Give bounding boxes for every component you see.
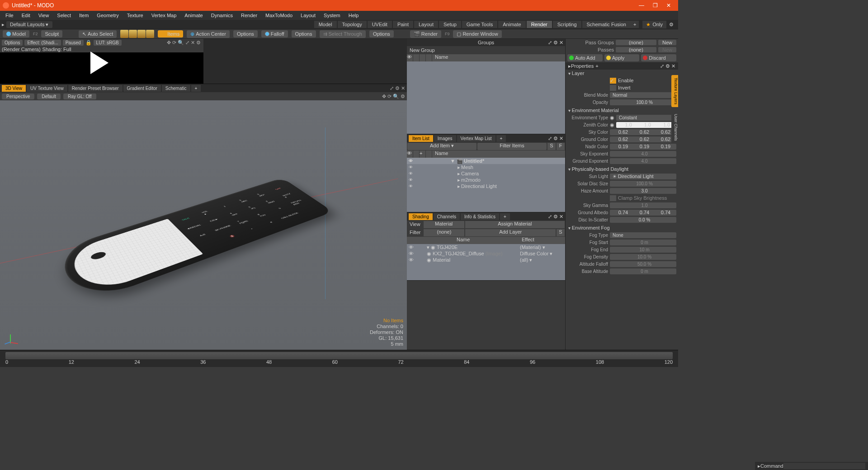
user-channels-tab[interactable]: User Channels bbox=[671, 111, 678, 144]
fogend-input[interactable]: 10 m bbox=[610, 247, 676, 253]
view-tab-gradienteditor[interactable]: Gradient Editor bbox=[123, 85, 161, 92]
menu-select[interactable]: Select bbox=[53, 12, 75, 19]
invert-checkbox[interactable] bbox=[610, 85, 616, 91]
layout-tab-schematicfusion[interactable]: Schematic Fusion bbox=[582, 21, 631, 28]
timeline-track[interactable] bbox=[5, 352, 673, 359]
layout-tab-uvedit[interactable]: UVEdit bbox=[368, 21, 392, 28]
item-tab-itemlist[interactable]: Item List bbox=[409, 135, 433, 142]
daylight-section[interactable]: ▾ Physically-based Daylight bbox=[566, 166, 678, 173]
layout-tab-render[interactable]: Render bbox=[527, 21, 552, 28]
enable-checkbox[interactable]: ✓ bbox=[610, 78, 616, 84]
item-row[interactable]: 👁▸ Directional Light bbox=[407, 183, 565, 189]
items-button[interactable]: Items bbox=[158, 30, 183, 38]
view-tab-uvtextureview[interactable]: UV Texture View bbox=[27, 85, 67, 92]
3d-viewport[interactable]: TALKVOL▲12ABC3DEFOFF ◄REDIALCID►4GHI5JKL… bbox=[0, 100, 407, 350]
add-item-dropdown[interactable]: Add Item ▾ bbox=[407, 143, 476, 150]
add-view-tab[interactable]: + bbox=[191, 85, 201, 92]
shading-tab-info&statistics[interactable]: Info & Statistics bbox=[461, 213, 499, 220]
add-item-tab[interactable]: + bbox=[496, 135, 506, 142]
preview-options[interactable]: Options bbox=[2, 40, 23, 46]
passes-dropdown[interactable]: (none) bbox=[616, 47, 656, 52]
only-toggle[interactable]: ★Only bbox=[642, 21, 666, 28]
shading-tab-shading[interactable]: Shading bbox=[409, 213, 433, 220]
sunlight-dropdown[interactable]: ☀ Directional Light bbox=[610, 174, 676, 179]
view-tab-renderpresetbrowser[interactable]: Render Preset Browser bbox=[68, 85, 123, 92]
item-row[interactable]: 👁▸ Camera bbox=[407, 170, 565, 177]
component-mode-icons[interactable] bbox=[120, 30, 154, 38]
add-layer-button[interactable]: Add Layer bbox=[465, 229, 556, 236]
timeline[interactable]: 01224364860728496108120 bbox=[0, 350, 678, 367]
item-row[interactable]: 👁▼ 🎬 Untitled* bbox=[407, 158, 565, 164]
material-dropdown[interactable]: Material bbox=[424, 221, 464, 228]
menu-file[interactable]: File bbox=[2, 12, 17, 19]
blend-dropdown[interactable]: Normal bbox=[610, 92, 676, 98]
menu-animate[interactable]: Animate bbox=[181, 12, 206, 19]
layout-arrow-icon[interactable]: ▸ bbox=[2, 22, 5, 28]
axis-gizmo-icon[interactable] bbox=[4, 334, 17, 347]
opacity-input[interactable]: 100.0 % bbox=[610, 99, 676, 105]
menu-vertexmap[interactable]: Vertex Map bbox=[148, 12, 180, 19]
panel-icons[interactable]: ⤢ ⚙ ✕ bbox=[548, 40, 563, 46]
preview-effect[interactable]: Effect: (Shadi... bbox=[24, 40, 61, 46]
skyexp-input[interactable]: 4.0 bbox=[610, 151, 676, 157]
menu-maxtomodo[interactable]: MaxToModo bbox=[262, 12, 296, 19]
fogbase-input[interactable]: 0 m bbox=[610, 268, 676, 274]
close-button[interactable]: ✕ bbox=[662, 0, 675, 10]
render-preview[interactable]: Options Effect: (Shadi... Paused 🔒 LUT: … bbox=[0, 39, 203, 84]
scatter-input[interactable]: 0.0 % bbox=[610, 217, 676, 223]
shading-row[interactable]: 👁◉ KX2_TGJ420E_Diffuse (Image)Diffuse Co… bbox=[407, 250, 565, 257]
gear-icon[interactable]: ⚙ bbox=[666, 21, 676, 28]
layout-tab-animate[interactable]: Animate bbox=[498, 21, 525, 28]
envtype-dropdown[interactable]: Constant bbox=[616, 115, 676, 121]
minimize-button[interactable]: — bbox=[635, 0, 648, 10]
play-icon[interactable] bbox=[90, 52, 108, 74]
selectthrough-button[interactable]: ⇉Select Through bbox=[320, 30, 366, 38]
shading-row[interactable]: 👁▾ ◉ TGJ420E(Material) ▾ bbox=[407, 244, 565, 250]
menu-edit[interactable]: Edit bbox=[18, 12, 34, 19]
layout-tab-gametools[interactable]: Game Tools bbox=[462, 21, 498, 28]
fogstart-input[interactable]: 0 m bbox=[610, 240, 676, 245]
viewport-tab-icons[interactable]: ⤢ ⚙ ✕ bbox=[390, 85, 405, 91]
preview-camera[interactable]: (Render Camera) bbox=[2, 47, 41, 52]
falloff-button[interactable]: Falloff bbox=[261, 30, 288, 38]
item-panel-icons[interactable]: ⤢ ⚙ ✕ bbox=[548, 136, 563, 141]
renderwindow-button[interactable]: ▢Render Window bbox=[453, 30, 501, 38]
new-pass[interactable]: New bbox=[658, 47, 676, 52]
env-section[interactable]: ▾ Environment Material bbox=[566, 108, 678, 114]
preview-paused[interactable]: Paused bbox=[63, 40, 84, 46]
options3-button[interactable]: Options bbox=[369, 30, 394, 38]
layout-tab-topology[interactable]: Topology bbox=[338, 21, 367, 28]
sky-color[interactable]: 0.620.620.62 bbox=[610, 129, 676, 135]
shading-tab-channels[interactable]: Channels bbox=[434, 213, 460, 220]
layer-section[interactable]: ▾ Layer bbox=[566, 70, 678, 77]
passgroups-dropdown[interactable]: (none) bbox=[616, 40, 656, 45]
shading-tree[interactable]: 👁▾ ◉ TGJ420E(Material) ▾👁◉ KX2_TGJ420E_D… bbox=[407, 244, 565, 280]
filter-dropdown[interactable]: (none) bbox=[424, 229, 464, 236]
nadir-color[interactable]: 0.190.190.19 bbox=[610, 144, 676, 150]
autoselect-button[interactable]: ↖Auto Select bbox=[79, 30, 117, 38]
clamp-checkbox[interactable] bbox=[610, 195, 616, 201]
fogtype-dropdown[interactable]: None bbox=[610, 232, 676, 238]
disc-input[interactable]: 100.0 % bbox=[610, 181, 676, 187]
new-group-button[interactable]: New Group bbox=[410, 47, 435, 53]
default-select[interactable]: Default bbox=[37, 94, 61, 99]
add-property-icon[interactable]: + bbox=[595, 63, 598, 69]
model-button[interactable]: Model bbox=[3, 30, 29, 38]
menu-view[interactable]: View bbox=[35, 12, 53, 19]
options-button[interactable]: Options bbox=[233, 30, 258, 38]
raygl-select[interactable]: Ray GL: Off bbox=[63, 94, 96, 99]
preview-lut[interactable]: LUT: sRGB bbox=[94, 40, 122, 46]
zenith-color[interactable]: 1.01.01.0 bbox=[616, 122, 676, 128]
preview-controls[interactable]: ✥ ⟳ 🔍 ⤢ ✕ ⚙ bbox=[167, 40, 201, 46]
gamma-input[interactable]: 1.0 bbox=[610, 202, 676, 208]
lock-icon[interactable]: 🔒 bbox=[85, 40, 92, 46]
groundexp-input[interactable]: 4.0 bbox=[610, 158, 676, 164]
add-tab-button[interactable]: + bbox=[631, 21, 639, 28]
layout-tab-model[interactable]: Model bbox=[314, 21, 337, 28]
fog-section[interactable]: ▾ Environment Fog bbox=[566, 225, 678, 231]
filter-items[interactable]: Filter Items bbox=[477, 143, 547, 150]
assign-material-button[interactable]: Assign Material bbox=[465, 221, 565, 228]
discard-button[interactable]: Discard bbox=[641, 54, 676, 61]
item-tree[interactable]: 👁▼ 🎬 Untitled*👁▸ Mesh👁▸ Camera👁▸ m2modo👁… bbox=[407, 158, 565, 212]
view-tab-schematic[interactable]: Schematic bbox=[162, 85, 190, 92]
